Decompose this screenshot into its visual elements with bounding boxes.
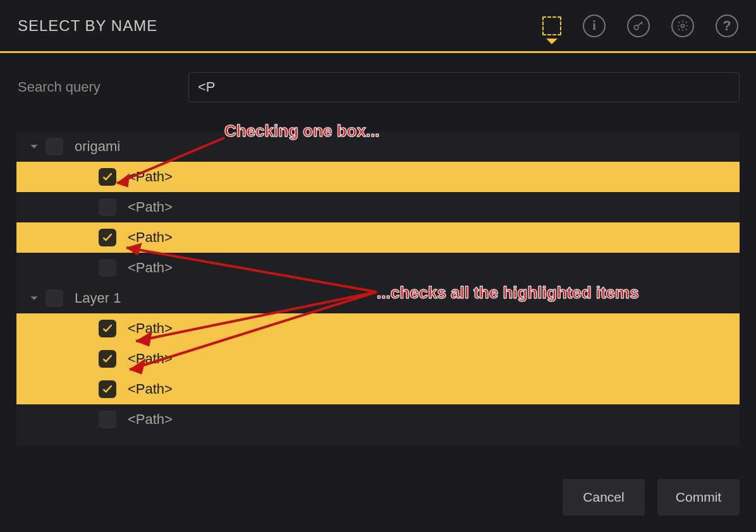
svg-marker-5 <box>126 243 142 255</box>
svg-line-6 <box>136 292 377 341</box>
svg-marker-9 <box>130 359 145 374</box>
select-by-name-dialog: SELECT BY NAME i ? Search query origami <box>0 0 756 532</box>
svg-line-2 <box>117 138 224 183</box>
svg-line-8 <box>130 292 377 370</box>
svg-marker-3 <box>117 174 130 187</box>
annotation-arrow-icon <box>0 0 756 532</box>
svg-marker-7 <box>136 332 152 346</box>
svg-line-4 <box>126 248 377 292</box>
